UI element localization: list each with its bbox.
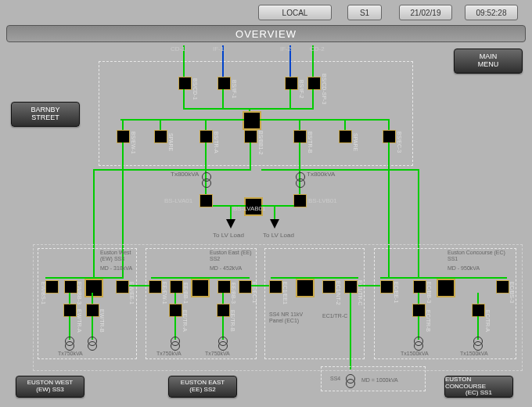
switch-bsif2[interactable]	[285, 77, 298, 90]
substations-outer-frame	[33, 244, 523, 371]
switch-lvb01[interactable]	[293, 194, 307, 207]
switch-bsbb12[interactable]	[244, 130, 257, 143]
label-spare1: SPARE	[168, 124, 174, 161]
label-lvb01: BS-LVB01	[308, 197, 337, 204]
label-lva01: BS-LVA01	[164, 197, 192, 204]
mode-display: LOCAL	[258, 5, 332, 20]
label-bstrb: BS/TR-B	[307, 124, 313, 161]
label-spare2: SPARE	[353, 124, 358, 161]
barnby-street-button[interactable]: BARNBYSTREET	[11, 102, 80, 127]
euston-east-button[interactable]: EUSTON EAST(EE) SS2	[168, 376, 237, 398]
page-title: OVERVIEW	[6, 25, 526, 42]
tx-a-label: Tx800kVA	[171, 171, 199, 178]
switch-bstra[interactable]	[200, 130, 213, 143]
switch-spare2[interactable]	[339, 130, 352, 143]
main-menu-button[interactable]: MAINMENU	[454, 49, 523, 74]
feeder-if2-label: IF-2	[280, 45, 291, 52]
label-lvload-b: To LV Load	[263, 232, 294, 239]
station-display: S1	[347, 5, 382, 20]
busbar-right	[260, 119, 390, 121]
feeder-cd1-label: CD-1	[171, 45, 185, 52]
switch-bscd1[interactable]	[178, 77, 192, 90]
switch-bstrb[interactable]	[293, 130, 307, 143]
time-display: 09:52:28	[465, 5, 518, 20]
arrow-lv-load-a	[226, 219, 235, 229]
label-lvload-a: To LV Load	[213, 232, 244, 239]
label-bsif1: BS/IF-1	[232, 70, 237, 108]
arrow-lv-load-b	[270, 219, 279, 229]
feeder-if1-label: IF-1	[213, 45, 224, 52]
label-bstra: BS/TR-A	[214, 124, 219, 161]
label-bsec3: BS/EC-3	[397, 124, 402, 161]
tx-b-label: Tx800kVA	[307, 171, 335, 178]
date-display: 21/02/19	[399, 5, 452, 20]
busbar-left	[120, 119, 244, 121]
euston-west-button[interactable]: EUSTON WEST(EW) SS3	[16, 376, 84, 398]
switch-lva01[interactable]	[200, 194, 213, 207]
label-bscd1: BS/CD-1	[192, 70, 198, 108]
euston-concourse-button[interactable]: EUSTON CONCOURSE(EC) SS1	[444, 376, 513, 398]
switch-spare1[interactable]	[154, 130, 167, 143]
label-bscdsp3: BS/CD-SP-3	[322, 70, 327, 108]
switch-bscdsp3[interactable]	[307, 77, 321, 90]
switch-bsew1[interactable]	[117, 130, 130, 143]
label-bsif2: BS/IF-2	[299, 70, 304, 108]
label-bsew1: BS/EW-1	[131, 124, 136, 161]
label-bsbb12: BS/BB1-2	[258, 124, 264, 161]
switch-bsec3[interactable]	[383, 130, 396, 143]
switch-bsif1[interactable]	[217, 77, 231, 90]
feeder-cd2-label: CD-2	[310, 45, 325, 52]
